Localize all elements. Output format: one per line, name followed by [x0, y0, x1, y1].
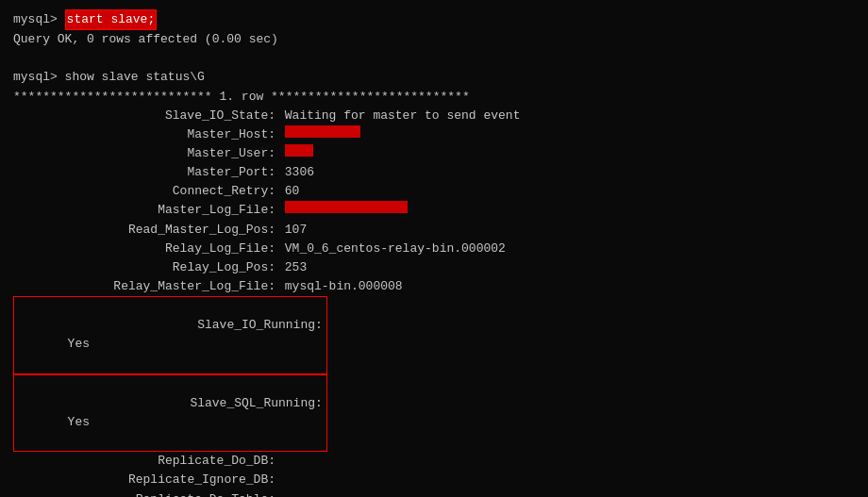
- label-slave-sql-running: Slave_SQL_Running:: [60, 394, 325, 413]
- blank-line: [13, 49, 855, 68]
- label-replicate-do-table: Replicate_Do_Table:: [13, 490, 277, 497]
- label-slave-io-running: Slave_IO_Running:: [60, 316, 325, 335]
- value-master-port: 3306: [277, 163, 314, 182]
- field-relay-log-file: Relay_Log_File: VM_0_6_centos-relay-bin.…: [13, 240, 855, 258]
- field-master-port: Master_Port: 3306: [13, 163, 855, 182]
- label-replicate-ignore-db: Replicate_Ignore_DB:: [13, 471, 277, 489]
- value-relay-log-pos: 253: [277, 258, 307, 277]
- stars-text: *************************** 1. row *****…: [13, 88, 470, 107]
- label-master-log-file: Master_Log_File:: [13, 201, 277, 220]
- field-slave-io-state: Slave_IO_State: Waiting for master to se…: [13, 107, 855, 125]
- stars-row: *************************** 1. row *****…: [13, 88, 855, 107]
- label-relay-log-file: Relay_Log_File:: [13, 240, 277, 258]
- label-relay-log-pos: Relay_Log_Pos:: [13, 258, 277, 277]
- label-relay-master-log-file: Relay_Master_Log_File:: [13, 277, 277, 296]
- value-relay-log-file: VM_0_6_centos-relay-bin.000002: [277, 240, 506, 258]
- label-connect-retry: Connect_Retry:: [13, 182, 277, 201]
- label-replicate-do-db: Replicate_Do_DB:: [13, 452, 277, 471]
- value-master-log-file: [285, 201, 408, 213]
- command-show-slave: show slave status\G: [65, 68, 205, 87]
- slave-io-running-box: Slave_IO_Running: Yes: [13, 296, 327, 374]
- label-read-master-log-pos: Read_Master_Log_Pos:: [13, 221, 277, 240]
- field-slave-sql-running: Slave_SQL_Running: Yes: [13, 374, 855, 453]
- slave-sql-running-box: Slave_SQL_Running: Yes: [13, 374, 327, 453]
- label-master-host: Master_Host:: [13, 125, 277, 144]
- terminal: mysql> start slave; Query OK, 0 rows aff…: [13, 9, 855, 497]
- value-connect-retry: 60: [277, 182, 299, 201]
- value-slave-io-state: Waiting for master to send event: [277, 107, 520, 125]
- label-slave-io-state: Slave_IO_State:: [13, 107, 277, 125]
- value-relay-master-log-file: mysql-bin.000008: [277, 277, 403, 296]
- field-connect-retry: Connect_Retry: 60: [13, 182, 855, 201]
- value-slave-sql-running: Yes: [60, 415, 90, 429]
- field-master-user: Master_User:: [13, 144, 855, 163]
- field-master-log-file: Master_Log_File:: [13, 201, 855, 220]
- value-master-host: [285, 125, 360, 138]
- query-ok-text: Query OK, 0 rows affected (0.00 sec): [13, 30, 278, 49]
- prompt-1: mysql>: [13, 10, 65, 29]
- field-slave-io-running: Slave_IO_Running: Yes: [13, 296, 855, 374]
- field-replicate-ignore-db: Replicate_Ignore_DB:: [13, 471, 855, 489]
- label-master-user: Master_User:: [13, 144, 277, 163]
- field-master-host: Master_Host:: [13, 125, 855, 144]
- command-start-slave: start slave;: [65, 9, 158, 30]
- prompt-2: mysql>: [13, 68, 65, 87]
- command-line-2: mysql> show slave status\G: [13, 68, 855, 87]
- field-read-master-log-pos: Read_Master_Log_Pos: 107: [13, 221, 855, 240]
- value-slave-io-running: Yes: [60, 337, 90, 351]
- value-read-master-log-pos: 107: [277, 221, 307, 240]
- field-relay-log-pos: Relay_Log_Pos: 253: [13, 258, 855, 277]
- value-master-user: [285, 144, 313, 157]
- field-replicate-do-db: Replicate_Do_DB:: [13, 452, 855, 471]
- label-master-port: Master_Port:: [13, 163, 277, 182]
- field-relay-master-log-file: Relay_Master_Log_File: mysql-bin.000008: [13, 277, 855, 296]
- command-line-1: mysql> start slave;: [13, 9, 855, 30]
- field-replicate-do-table: Replicate_Do_Table:: [13, 490, 855, 497]
- query-result: Query OK, 0 rows affected (0.00 sec): [13, 30, 855, 49]
